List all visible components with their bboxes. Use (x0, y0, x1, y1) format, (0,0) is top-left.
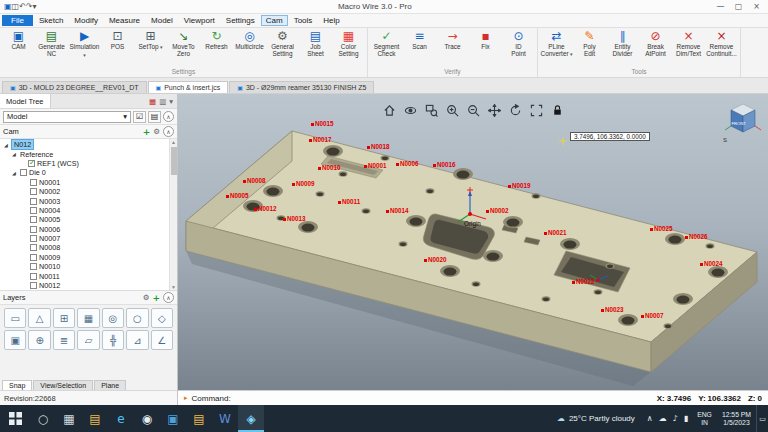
tree-item[interactable]: ◢ N0012 (2, 281, 169, 290)
break-atpoint-button[interactable]: ⊘ Break AtPoint (639, 29, 672, 68)
pline-converter-button[interactable]: ⇄ PLine Converter (540, 29, 573, 68)
tree-item[interactable]: ◢ N0008 (2, 243, 169, 252)
menu-file[interactable]: File (2, 15, 33, 26)
layer-tool-icon-11[interactable]: ▱ (77, 330, 99, 350)
layer-tool-icon-6[interactable]: ○ (126, 308, 148, 328)
expander-icon[interactable]: ◢ (12, 151, 18, 157)
cam-settings-icon[interactable]: ⚙ (153, 127, 160, 136)
tree-checkbox[interactable] (30, 188, 37, 195)
tree-checkbox[interactable] (30, 207, 37, 214)
menu-tools[interactable]: Tools (289, 15, 318, 26)
tree-item[interactable]: ◢ N0009 (2, 253, 169, 262)
tab-snap[interactable]: Snap (2, 380, 32, 390)
onedrive-icon[interactable]: ☁ (659, 414, 667, 423)
model-tree-tab[interactable]: Model Tree (0, 94, 51, 108)
tree-item[interactable]: ◢ N0011 (2, 271, 169, 280)
task-view-icon[interactable]: ▦ (56, 405, 82, 432)
save-icon[interactable]: ◫ (12, 2, 20, 11)
weather-widget[interactable]: ☁ 25°C Partly cloudy (549, 405, 643, 432)
poly-edit-button[interactable]: ✎ Poly Edit (573, 29, 606, 68)
tree-item[interactable]: ◢ N012 (2, 140, 169, 149)
segment-check-button[interactable]: ✓ Segment Check (370, 29, 403, 68)
trace-button[interactable]: → Trace (436, 29, 469, 68)
list-display-button[interactable]: ▤ (148, 111, 161, 123)
menu-modify[interactable]: Modify (69, 15, 103, 26)
menu-measure[interactable]: Measure (104, 15, 145, 26)
layer-tool-icon-13[interactable]: ⊿ (126, 330, 148, 350)
word-icon[interactable]: W (212, 405, 238, 432)
minimize-button[interactable]: — (713, 2, 728, 11)
expander-icon[interactable]: ◢ (4, 142, 10, 148)
tree-item[interactable]: ◢ N0001 (2, 178, 169, 187)
edge-icon[interactable]: e (108, 405, 134, 432)
folder-icon[interactable]: ▤ (186, 405, 212, 432)
model-select[interactable]: Model ▾ (3, 111, 131, 123)
layer-tool-icon-2[interactable]: △ (28, 308, 50, 328)
menu-sketch[interactable]: Sketch (34, 15, 68, 26)
scroll-down-icon[interactable]: ▼ (171, 284, 176, 290)
tree-item[interactable]: ◢ N0010 (2, 262, 169, 271)
fix-button[interactable]: ▪ Fix (469, 29, 502, 68)
color-setting-button[interactable]: ▦ Color Setting (332, 29, 365, 68)
cam-button[interactable]: ▣ CAM (2, 29, 35, 68)
close-button[interactable]: × (749, 2, 764, 11)
tree-checkbox[interactable] (30, 244, 37, 251)
refresh-button[interactable]: ↻ Refresh (200, 29, 233, 68)
scroll-thumb[interactable] (171, 147, 177, 175)
tree-item[interactable]: ◢ N0002 (2, 187, 169, 196)
tree-checkbox[interactable] (30, 179, 37, 186)
search-icon[interactable]: ○ (30, 405, 56, 432)
tree-checkbox[interactable] (30, 226, 37, 233)
doc-tab-1[interactable]: ▣ 3D - MOLD 23 DEGREE__REV01_DT (2, 81, 147, 93)
viewport[interactable]: FRONT S (178, 94, 768, 390)
layer-tool-icon-10[interactable]: ≣ (53, 330, 75, 350)
gray-grid-icon[interactable]: ▥ (159, 97, 166, 106)
language-indicator[interactable]: ENG IN (692, 405, 717, 432)
layers-add-button[interactable]: + (152, 293, 160, 303)
settop-button[interactable]: ⊞ SetTop (134, 29, 167, 68)
command-prompt-label[interactable]: Command: (192, 394, 231, 403)
cam-collapse-button[interactable]: ∧ (163, 126, 174, 137)
expander-icon[interactable]: ◢ (12, 170, 18, 176)
tree-checkbox[interactable] (28, 160, 35, 167)
volume-icon[interactable]: ♪ (673, 414, 678, 423)
tree-checkbox[interactable] (30, 216, 37, 223)
layer-tool-icon-12[interactable]: ╬ (102, 330, 124, 350)
tree-checkbox[interactable] (30, 235, 37, 242)
layers-collapse-button[interactable]: ∧ (163, 292, 174, 303)
tree-item[interactable]: ◢ REF1 (WCS) (2, 159, 169, 168)
tree-item[interactable]: ◢ Die 0 (2, 168, 169, 177)
red-grid-icon[interactable]: ▦ (149, 97, 156, 106)
general-setting-button[interactable]: ⚙ General Setting (266, 29, 299, 68)
moveto-zero-button[interactable]: ↘ MoveTo Zero (167, 29, 200, 68)
layer-tool-icon-7[interactable]: ◇ (151, 308, 173, 328)
tree-checkbox[interactable] (30, 282, 37, 289)
quickbar-dropdown-icon[interactable]: ▾ (33, 2, 37, 11)
id-point-button[interactable]: ⊙ ID Point (502, 29, 535, 68)
check-display-button[interactable]: ☑ (133, 111, 146, 123)
tree-item[interactable]: ◢ N0005 (2, 215, 169, 224)
layers-settings-icon[interactable]: ⚙ (143, 293, 150, 302)
panel-dropdown-icon[interactable]: ▾ (169, 97, 173, 106)
tree-checkbox[interactable] (30, 198, 37, 205)
tree-item[interactable]: ◢ N0007 (2, 234, 169, 243)
menu-settings[interactable]: Settings (221, 15, 260, 26)
tree-item[interactable]: ◢ N0006 (2, 225, 169, 234)
layer-tool-icon-3[interactable]: ⊞ (53, 308, 75, 328)
entity-divider-button[interactable]: ∥ Entity Divider (606, 29, 639, 68)
doc-tab-3[interactable]: ▣ 3D - Ø29mm reamer 35130 FINISH Z5 (229, 81, 374, 93)
undo-icon[interactable]: ↶ (19, 2, 26, 11)
generate-nc-button[interactable]: ▤ Generate NC (35, 29, 68, 68)
layer-tool-icon-1[interactable]: ▭ (4, 308, 26, 328)
doc-tab-2[interactable]: ▣ Punch & insert.jcs (148, 81, 229, 93)
cam-add-button[interactable]: + (143, 127, 151, 137)
layer-tool-icon-9[interactable]: ⊕ (28, 330, 50, 350)
layer-tool-icon-5[interactable]: ◎ (102, 308, 124, 328)
redo-icon[interactable]: ↷ (26, 2, 33, 11)
remove-dimtext-button[interactable]: × Remove Dim/Text (672, 29, 705, 68)
app-icon[interactable]: ▣ (4, 2, 12, 11)
pos-button[interactable]: ⊡ POS (101, 29, 134, 68)
app-window-icon[interactable]: ▣ (160, 405, 186, 432)
scroll-up-icon[interactable]: ▲ (171, 139, 176, 145)
menu-help[interactable]: Help (318, 15, 344, 26)
